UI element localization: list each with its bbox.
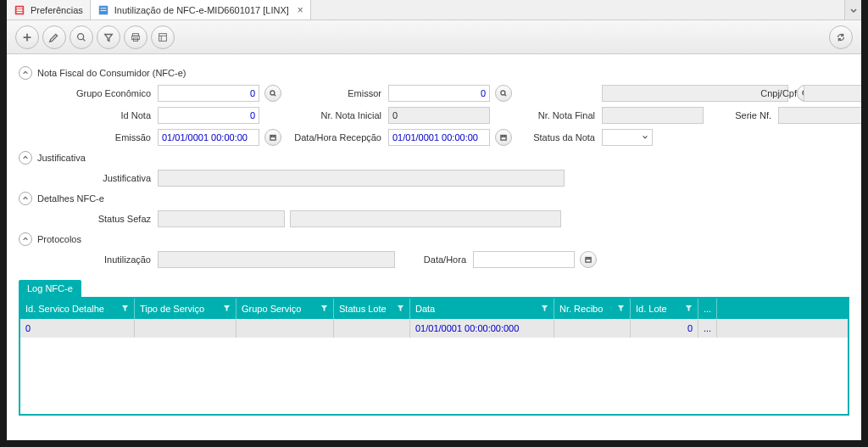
print-button[interactable] xyxy=(124,25,147,49)
section-just: Justificativa xyxy=(19,151,849,165)
grid-header: Id. Servico Detalhe Tipo de Serviço Grup… xyxy=(20,299,848,319)
svg-rect-11 xyxy=(159,33,167,41)
collapse-icon[interactable] xyxy=(19,232,32,246)
col-more[interactable]: ... xyxy=(698,299,717,319)
serie-input[interactable] xyxy=(778,107,861,124)
svg-point-13 xyxy=(501,91,505,95)
label-grupo: Grupo Econômico xyxy=(34,88,153,98)
emissao-input[interactable] xyxy=(158,129,259,146)
collapse-icon[interactable] xyxy=(19,192,32,205)
filter-icon xyxy=(685,304,693,314)
refresh-button[interactable] xyxy=(829,25,853,49)
tab-inutilizacao[interactable]: Inutilização de NFC-e-MID6601017 [LINX] … xyxy=(91,0,311,20)
toolbar xyxy=(7,20,861,54)
cell-recibo xyxy=(554,319,631,338)
section-title: Detalhes NFC-e xyxy=(37,193,104,204)
justificativa-input[interactable] xyxy=(158,170,565,187)
filter-icon xyxy=(541,304,548,314)
label-notafin: Nr. Nota Final xyxy=(520,110,597,120)
label-inut: Inutilização xyxy=(34,254,153,265)
filter-icon xyxy=(320,304,328,314)
svg-rect-1 xyxy=(17,7,23,8)
svg-rect-6 xyxy=(100,10,106,11)
section-title: Justificativa xyxy=(37,153,86,163)
cell-id-servico: 0 xyxy=(20,319,135,338)
col-data[interactable]: Data xyxy=(410,299,554,319)
label-emissor: Emissor xyxy=(290,88,383,98)
datahora-input[interactable] xyxy=(473,251,575,268)
label-datahora: Data/Hora xyxy=(400,254,468,265)
lookup-icon[interactable] xyxy=(264,85,281,102)
label-recepcao: Data/Hora Recepção xyxy=(290,132,383,142)
section-det: Detalhes NFC-e xyxy=(19,192,849,205)
filter-icon xyxy=(121,304,129,314)
log-tab[interactable]: Log NFC-e xyxy=(19,280,81,297)
edit-button[interactable] xyxy=(42,25,66,49)
cell-tipo xyxy=(135,319,236,338)
svg-rect-18 xyxy=(586,258,591,263)
layout-button[interactable] xyxy=(151,25,175,49)
collapse-icon[interactable] xyxy=(19,66,32,80)
filter-icon xyxy=(223,304,231,314)
col-tipo-servico[interactable]: Tipo de Serviço xyxy=(135,299,236,319)
cell-more[interactable]: ... xyxy=(698,319,717,338)
notafin-input[interactable] xyxy=(602,107,704,124)
document-icon xyxy=(97,4,109,16)
grupo-input[interactable] xyxy=(158,85,259,102)
tab-label: Inutilização de NFC-e-MID6601017 [LINX] xyxy=(114,5,289,15)
filter-button[interactable] xyxy=(97,25,120,49)
cell-idlote: 0 xyxy=(631,319,698,338)
close-icon[interactable]: × xyxy=(298,4,303,16)
recepcao-input[interactable] xyxy=(388,129,490,146)
search-button[interactable] xyxy=(70,25,93,49)
idnota-input[interactable] xyxy=(158,107,259,124)
lookup-icon[interactable] xyxy=(495,85,512,102)
section-title: Protocolos xyxy=(37,234,81,244)
section-title: Nota Fiscal do Consumidor (NFC-e) xyxy=(37,68,186,78)
section-nfc: Nota Fiscal do Consumidor (NFC-e) xyxy=(19,66,849,80)
label-status: Status da Nota xyxy=(520,132,597,142)
tab-preferencias[interactable]: Preferências xyxy=(7,0,91,20)
tab-label: Preferências xyxy=(31,5,83,15)
filter-icon xyxy=(617,304,625,314)
label-emissao: Emissão xyxy=(34,132,153,142)
table-row[interactable]: 0 01/01/0001 00:00:00:000 0 ... xyxy=(20,319,848,338)
col-status-lote[interactable]: Status Lote xyxy=(334,299,410,319)
section-prot: Protocolos xyxy=(19,232,849,246)
col-grupo-servico[interactable]: Grupo Serviço xyxy=(236,299,334,319)
col-id-lote[interactable]: Id. Lote xyxy=(631,299,698,319)
col-id-servico[interactable]: Id. Servico Detalhe xyxy=(20,299,135,319)
cell-data: 01/01/0001 00:00:00:000 xyxy=(410,319,554,338)
col-nr-recibo[interactable]: Nr. Recibo xyxy=(554,299,631,319)
svg-rect-2 xyxy=(17,9,23,11)
cnpj-input[interactable] xyxy=(804,85,861,102)
label-serie: Serie Nf. xyxy=(714,110,773,120)
svg-rect-3 xyxy=(17,11,23,13)
log-grid: Id. Servico Detalhe Tipo de Serviço Grup… xyxy=(19,297,849,416)
window-expand-button[interactable] xyxy=(844,0,861,20)
svg-rect-5 xyxy=(100,8,106,8)
calendar-icon[interactable] xyxy=(264,129,281,146)
label-sefaz: Status Sefaz xyxy=(34,214,153,224)
label-cnpj: Cnpj/Cpf xyxy=(739,88,798,98)
svg-rect-17 xyxy=(501,136,506,141)
collapse-icon[interactable] xyxy=(19,151,32,165)
calendar-icon[interactable] xyxy=(495,129,512,146)
notaini-input[interactable] xyxy=(388,107,490,124)
label-notaini: Nr. Nota Inicial xyxy=(290,110,383,120)
svg-rect-16 xyxy=(270,136,275,141)
label-justificativa: Justificativa xyxy=(34,173,153,183)
svg-point-7 xyxy=(78,33,84,39)
label-idnota: Id Nota xyxy=(34,110,153,120)
preferences-icon xyxy=(14,4,25,16)
emissor-input[interactable] xyxy=(388,85,490,102)
cell-grupo xyxy=(236,319,334,338)
content-area: Nota Fiscal do Consumidor (NFC-e) Grupo … xyxy=(7,54,861,440)
status-combo[interactable] xyxy=(602,129,653,146)
sefaz-desc-input[interactable] xyxy=(290,210,561,227)
inut-input[interactable] xyxy=(158,251,395,268)
sefaz-code-input[interactable] xyxy=(158,210,285,227)
add-button[interactable] xyxy=(15,25,39,49)
svg-point-12 xyxy=(270,91,275,95)
calendar-icon[interactable] xyxy=(580,251,597,268)
